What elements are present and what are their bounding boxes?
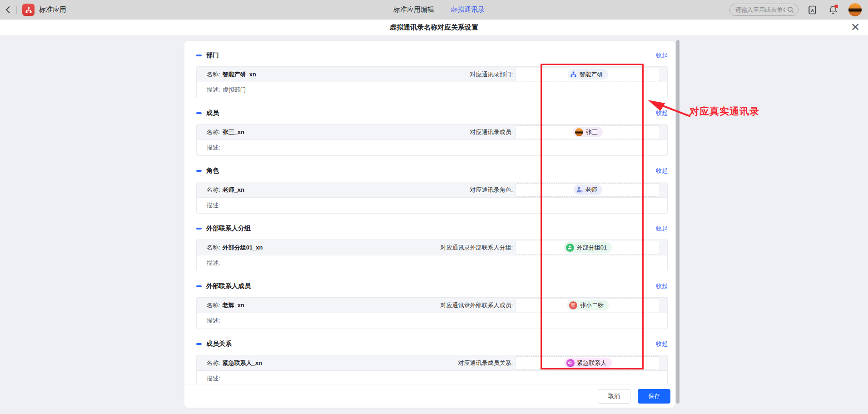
collapse-dash-icon[interactable] bbox=[196, 285, 202, 287]
user-avatar[interactable] bbox=[848, 3, 862, 16]
desc-row: 描述: bbox=[197, 140, 667, 155]
mapping-input[interactable]: 呀 张小二呀 bbox=[516, 299, 660, 312]
search-icon[interactable] bbox=[787, 6, 794, 13]
mapping-label: 对应通讯录角色: bbox=[470, 186, 513, 194]
section-title: 成员关系 bbox=[206, 340, 232, 348]
member-avatar bbox=[575, 128, 583, 136]
mapping-label: 对应通讯录外部联系人分组: bbox=[440, 244, 513, 252]
name-row: 名称: 老辉_xn 对应通讯录外部联系人成员: 呀 张小二呀 bbox=[197, 298, 667, 313]
mapped-tag[interactable]: 张三 bbox=[573, 127, 603, 137]
org-structure-icon bbox=[570, 71, 577, 78]
desc-row: 描述: 虚拟部门 bbox=[197, 82, 667, 98]
collapse-link[interactable]: 收起 bbox=[656, 224, 668, 233]
settings-panel-content: 部门 收起 名称: 智能产研_xn 对应通讯录部门: bbox=[184, 41, 675, 384]
desc-label: 描述: bbox=[207, 201, 220, 209]
tag-label: 张三 bbox=[586, 128, 598, 136]
tag-label: 紧急联系人 bbox=[577, 359, 607, 367]
name-value: 智能产研_xn bbox=[223, 70, 256, 79]
desc-row: 描述: bbox=[197, 255, 667, 271]
save-button[interactable]: 保存 bbox=[638, 389, 670, 404]
desc-row: 描述: bbox=[197, 198, 667, 213]
section-member-relation: 成员关系 收起 名称: 紧急联系人_xn 对应通讯录成员关系: bbox=[196, 339, 668, 384]
collapse-link[interactable]: 收起 bbox=[656, 282, 668, 290]
collapse-link[interactable]: 收起 bbox=[656, 109, 668, 117]
mapped-tag[interactable]: 外部分组01 bbox=[564, 242, 612, 253]
mapping-input[interactable]: 老师 bbox=[516, 183, 660, 197]
tag-label: 张小二呀 bbox=[580, 301, 604, 309]
section-role: 角色 收起 名称: 老师_xn 对应通讯录角色: bbox=[196, 165, 668, 214]
collapse-link[interactable]: 收起 bbox=[656, 51, 668, 60]
section-title: 角色 bbox=[206, 167, 219, 175]
tag-label: 老师 bbox=[585, 186, 597, 194]
address-book-button[interactable]: A bbox=[807, 5, 818, 15]
mapping-input[interactable]: 智能产研 bbox=[516, 68, 660, 81]
collapse-link[interactable]: 收起 bbox=[656, 167, 668, 175]
collapse-dash-icon[interactable] bbox=[196, 228, 202, 229]
mapping-label: 对应通讯录成员关系: bbox=[458, 359, 513, 367]
desc-label: 描述: bbox=[207, 86, 220, 94]
mapped-tag[interactable]: 紧急联系人 bbox=[564, 358, 612, 368]
settings-panel: 部门 收起 名称: 智能产研_xn 对应通讯录部门: bbox=[184, 41, 675, 408]
mapping-input[interactable]: 张三 bbox=[516, 125, 660, 139]
back-button[interactable] bbox=[0, 0, 15, 20]
cancel-button[interactable]: 取消 bbox=[598, 389, 630, 404]
desc-label: 描述: bbox=[207, 317, 220, 325]
collapse-dash-icon[interactable] bbox=[196, 343, 202, 345]
collapse-dash-icon[interactable] bbox=[196, 55, 202, 56]
mapping-input[interactable]: 外部分组01 bbox=[516, 241, 660, 254]
name-row: 名称: 智能产研_xn 对应通讯录部门: bbox=[197, 67, 667, 82]
name-row: 名称: 张三_xn 对应通讯录成员: 张三 bbox=[197, 125, 667, 140]
vertical-scrollbar[interactable] bbox=[676, 40, 680, 404]
section-title: 外部联系人成员 bbox=[206, 282, 251, 290]
name-value: 老辉_xn bbox=[223, 301, 244, 309]
app-title: 标准应用 bbox=[39, 5, 66, 14]
notifications-button[interactable] bbox=[828, 5, 838, 15]
notification-badge bbox=[834, 5, 838, 8]
collapse-link[interactable]: 收起 bbox=[656, 340, 668, 348]
external-member-avatar: 呀 bbox=[569, 301, 577, 309]
desc-value: 虚拟部门 bbox=[223, 86, 246, 94]
name-value: 张三_xn bbox=[223, 128, 244, 136]
name-label: 名称: bbox=[207, 359, 220, 367]
tag-label: 外部分组01 bbox=[577, 244, 607, 252]
role-icon bbox=[576, 186, 583, 193]
section-title: 外部联系人分组 bbox=[206, 224, 251, 233]
name-row: 名称: 外部分组01_xn 对应通讯录外部联系人分组: 外部分组01 bbox=[197, 240, 667, 255]
name-label: 名称: bbox=[207, 244, 220, 252]
name-row: 名称: 老师_xn 对应通讯录角色: bbox=[197, 182, 667, 198]
annotation-text: 对应真实通讯录 bbox=[689, 105, 759, 118]
mapped-tag[interactable]: 呀 张小二呀 bbox=[567, 300, 609, 310]
name-label: 名称: bbox=[207, 70, 220, 79]
chevron-left-icon bbox=[5, 6, 10, 14]
desc-row: 描述: bbox=[197, 371, 667, 384]
mapped-tag[interactable]: 智能产研 bbox=[568, 69, 608, 80]
name-label: 名称: bbox=[207, 186, 220, 194]
modal-title-bar: 虚拟通讯录名称对应关系设置 ✕ bbox=[0, 20, 868, 36]
section-external-group: 外部联系人分组 收起 名称: 外部分组01_xn 对应通讯录外部联系人分组: bbox=[196, 223, 668, 271]
desc-row: 描述: bbox=[197, 313, 667, 329]
close-icon[interactable]: ✕ bbox=[851, 21, 860, 33]
section-title: 部门 bbox=[206, 51, 219, 60]
section-external-member: 外部联系人成员 收起 名称: 老辉_xn 对应通讯录外部联系人成员: 呀 张小二… bbox=[196, 281, 668, 329]
top-bar: 标准应用 标准应用编辑 虚拟通讯录 A bbox=[0, 0, 868, 20]
name-value: 外部分组01_xn bbox=[223, 244, 263, 252]
name-value: 紧急联系人_xn bbox=[223, 359, 262, 367]
collapse-dash-icon[interactable] bbox=[196, 112, 202, 114]
tag-label: 智能产研 bbox=[580, 70, 603, 79]
name-label: 名称: bbox=[207, 301, 220, 309]
name-value: 老师_xn bbox=[223, 186, 244, 194]
tab-standard-app-edit[interactable]: 标准应用编辑 bbox=[393, 5, 434, 14]
app-icon bbox=[22, 4, 35, 16]
name-row: 名称: 紧急联系人_xn 对应通讯录成员关系: 紧急联系人 bbox=[197, 355, 667, 371]
external-group-icon bbox=[566, 244, 574, 252]
collapse-dash-icon[interactable] bbox=[196, 170, 202, 172]
tab-virtual-contacts[interactable]: 虚拟通讯录 bbox=[451, 5, 485, 14]
divider bbox=[16, 6, 17, 14]
section-member: 成员 收起 名称: 张三_xn 对应通讯录成员: 张三 bbox=[196, 108, 668, 156]
mapping-label: 对应通讯录部门: bbox=[470, 70, 513, 79]
name-label: 名称: bbox=[207, 128, 220, 136]
section-title: 成员 bbox=[206, 109, 219, 117]
mapping-input[interactable]: 紧急联系人 bbox=[516, 356, 660, 370]
mapped-tag[interactable]: 老师 bbox=[574, 185, 602, 195]
svg-text:A: A bbox=[811, 7, 814, 12]
